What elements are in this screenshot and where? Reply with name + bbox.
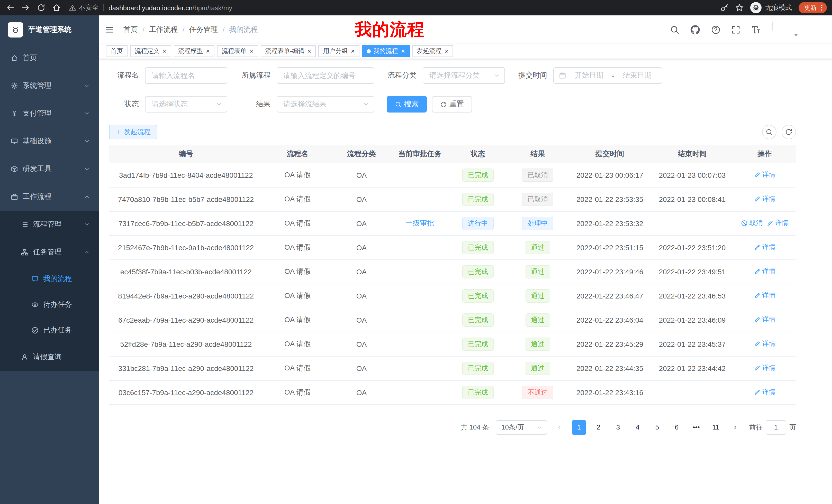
tab-close-icon[interactable]: ×	[401, 48, 405, 54]
security-indicator[interactable]: 不安全	[69, 3, 99, 12]
detail-button[interactable]: 详情	[754, 388, 775, 397]
page-button-6[interactable]: 6	[670, 420, 684, 435]
page-button-2[interactable]: 2	[591, 420, 606, 435]
sidebar-item-workflow[interactable]: 工作流程	[0, 183, 99, 211]
page-button-3[interactable]: 3	[611, 420, 625, 435]
breadcrumb-item[interactable]: 任务管理	[189, 25, 218, 34]
sidebar-item-done-tasks[interactable]: 已办任务	[0, 317, 99, 343]
tab-close-icon[interactable]: ×	[308, 48, 311, 54]
sidebar-item-my-process[interactable]: 我的流程	[0, 266, 99, 292]
sidebar-item-label: 首页	[23, 53, 37, 63]
tab-close-icon[interactable]: ×	[351, 48, 355, 54]
app-logo-row[interactable]: 芋道管理系统	[0, 16, 99, 44]
cell-id: 3ad174fb-7b9d-11ec-8404-acde48001122	[109, 163, 263, 187]
page-button-1[interactable]: 1	[572, 420, 586, 435]
page-size-select[interactable]: 10条/页	[496, 420, 547, 435]
start-process-button[interactable]: 发起流程	[109, 125, 157, 139]
tab-close-icon[interactable]: ×	[250, 48, 253, 54]
goto-page-input[interactable]	[766, 420, 786, 435]
breadcrumb-item[interactable]: 工作流程	[149, 25, 178, 34]
tab-my-process[interactable]: 我的流程 ×	[362, 45, 410, 57]
github-icon[interactable]	[690, 24, 700, 35]
sidebar-item-dev-tools[interactable]: 研发工具	[0, 155, 99, 183]
detail-button[interactable]: 详情	[754, 315, 775, 325]
tab-process-model[interactable]: 流程模型 ×	[174, 45, 214, 57]
browser-home-icon[interactable]	[49, 1, 64, 15]
active-tab-dot	[367, 49, 371, 53]
next-page-button[interactable]	[728, 420, 743, 435]
page-more-button[interactable]: •••	[689, 420, 703, 435]
sidebar-item-task-management[interactable]: 任务管理	[0, 239, 99, 266]
reload-icon[interactable]	[34, 1, 48, 15]
refresh-table-button[interactable]	[782, 125, 796, 139]
detail-button[interactable]: 详情	[754, 194, 775, 204]
detail-button[interactable]: 详情	[767, 219, 788, 228]
toggle-search-button[interactable]	[762, 125, 777, 139]
process-name-input[interactable]	[145, 67, 227, 84]
search-icon[interactable]	[670, 25, 679, 34]
tab-close-icon[interactable]: ×	[162, 48, 166, 54]
detail-button[interactable]: 详情	[754, 363, 775, 373]
detail-button[interactable]: 详情	[754, 243, 775, 252]
sidebar-toggle-button[interactable]	[99, 16, 120, 44]
detail-button[interactable]: 详情	[754, 339, 775, 348]
sidebar-item-home[interactable]: 首页	[0, 44, 99, 72]
user-avatar[interactable]	[772, 22, 793, 37]
breadcrumb-item[interactable]: 首页	[123, 25, 138, 34]
browser-menu-icon[interactable]	[818, 4, 825, 11]
table-row: 819442e8-7b9a-11ec-a290-acde48001122 OA …	[109, 284, 796, 308]
result-tag: 通过	[525, 313, 550, 327]
tab-close-icon[interactable]: ×	[206, 48, 210, 54]
page-button-11[interactable]: 11	[709, 420, 723, 435]
tab-close-icon[interactable]: ×	[445, 48, 448, 54]
cell-id: 331bc281-7b9a-11ec-a290-acde48001122	[109, 356, 263, 380]
password-key-icon[interactable]	[721, 4, 729, 12]
font-size-icon[interactable]	[751, 25, 760, 34]
cell-submit-time: 2022-01-22 23:51:15	[569, 235, 651, 259]
prev-page-button[interactable]	[552, 420, 567, 435]
url-path: /bpm/task/my	[192, 4, 232, 11]
cell-end-time: 2022-01-22 23:44:42	[651, 356, 733, 380]
result-select[interactable]: 请选择流结果	[277, 96, 374, 113]
reset-button[interactable]: 重置	[432, 96, 472, 113]
help-icon[interactable]	[711, 25, 721, 34]
detail-button[interactable]: 详情	[754, 267, 775, 276]
tab-process-definition[interactable]: 流程定义 ×	[130, 45, 171, 57]
tab-process-form-edit[interactable]: 流程表单-编辑 ×	[261, 45, 316, 57]
detail-button[interactable]: 详情	[754, 170, 775, 179]
sidebar-item-infrastructure[interactable]: 基础设施	[0, 128, 99, 155]
forward-icon[interactable]	[19, 1, 33, 15]
tab-process-form[interactable]: 流程表单 ×	[217, 45, 258, 57]
process-definition-input[interactable]	[277, 67, 374, 84]
page-button-5[interactable]: 5	[650, 420, 665, 435]
cancel-button[interactable]: 取消	[741, 219, 762, 228]
address-bar[interactable]: 不安全 dashboard.yudao.iocoder.cn/bpm/task/…	[69, 3, 719, 12]
sidebar-item-payment-management[interactable]: 支付管理	[0, 100, 99, 128]
back-icon[interactable]	[3, 1, 18, 15]
tab-user-group[interactable]: 用户分组 ×	[318, 45, 359, 57]
update-button[interactable]: 更新	[799, 2, 827, 13]
cell-category: OA	[332, 259, 391, 284]
search-button[interactable]: 搜索	[387, 96, 427, 113]
cell-current-task	[391, 356, 449, 380]
sidebar-item-system-management[interactable]: 系统管理	[0, 72, 99, 100]
page-button-4[interactable]: 4	[630, 420, 645, 435]
status-select[interactable]: 请选择状态	[145, 96, 227, 113]
current-task-link[interactable]: 一级审批	[406, 219, 434, 227]
cell-current-task	[391, 235, 449, 259]
category-select[interactable]: 请选择流程分类	[423, 67, 505, 84]
chevron-left-icon	[556, 424, 563, 430]
sidebar-item-todo-tasks[interactable]: 待办任务	[0, 292, 99, 317]
submit-time-range-picker[interactable]: 开始日期 - 结束日期	[553, 67, 662, 84]
detail-button[interactable]: 详情	[754, 291, 775, 300]
navbar-right-tools	[670, 22, 793, 37]
refresh-icon	[440, 101, 447, 108]
tab-home[interactable]: 首页	[106, 45, 128, 57]
status-tag: 已完成	[462, 265, 494, 278]
fullscreen-icon[interactable]	[731, 25, 740, 34]
sidebar-item-process-management[interactable]: 流程管理	[0, 211, 99, 239]
tab-start-process[interactable]: 发起流程 ×	[412, 45, 453, 57]
cell-category: OA	[332, 163, 391, 187]
bookmark-star-icon[interactable]	[735, 4, 744, 12]
sidebar-item-leave-query[interactable]: 请假查询	[0, 343, 99, 371]
